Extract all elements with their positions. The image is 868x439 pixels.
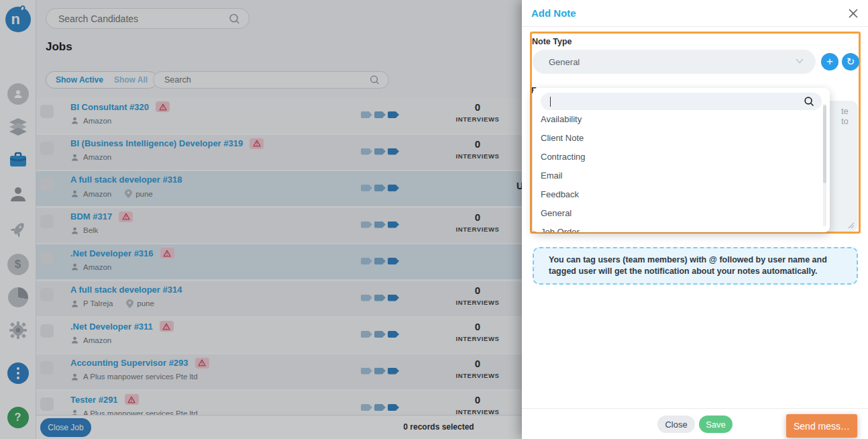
note-type-label: Note Type — [532, 37, 572, 46]
note-type-dropdown: AvailabilityClient NoteContractingEmailF… — [533, 88, 830, 232]
dropdown-option[interactable]: Email — [533, 166, 820, 185]
screen: n — [0, 0, 868, 439]
tagging-info-text: You can tag users (team members) with @ … — [549, 254, 836, 277]
note-type-select[interactable]: General — [533, 50, 816, 74]
scrollbar-thumb[interactable] — [823, 105, 826, 183]
dropdown-option[interactable]: Feedback — [533, 185, 820, 204]
resize-handle-icon[interactable] — [847, 222, 854, 228]
modal-header: Add Note — [522, 0, 868, 27]
close-icon[interactable] — [848, 8, 859, 19]
dropdown-options-list: AvailabilityClient NoteContractingEmailF… — [533, 110, 820, 232]
dropdown-scrollbar[interactable] — [823, 104, 826, 226]
add-note-modal: Add Note Note Type General + ↻ F te to — [522, 0, 868, 439]
dropdown-search-field[interactable] — [541, 93, 822, 110]
search-icon — [804, 96, 814, 107]
dropdown-option[interactable]: Client Note — [533, 129, 820, 148]
add-note-type-button[interactable]: + — [821, 53, 838, 70]
dropdown-option[interactable]: General — [533, 204, 820, 223]
text-cursor — [550, 97, 551, 107]
dropdown-option[interactable]: Contracting — [533, 148, 820, 166]
note-placeholder-fragment: te to — [841, 106, 858, 126]
dropdown-option[interactable]: Availability — [533, 110, 820, 129]
note-type-selected-value: General — [549, 57, 580, 67]
modal-title: Add Note — [531, 7, 576, 19]
refresh-note-types-button[interactable]: ↻ — [842, 53, 859, 70]
tagging-info-box: You can tag users (team members) with @ … — [533, 247, 858, 285]
save-button[interactable]: Save — [699, 416, 733, 433]
modal-close-button[interactable]: Close — [657, 416, 695, 433]
send-message-button[interactable]: Send mess… — [786, 414, 857, 438]
dropdown-option[interactable]: Job Order — [533, 223, 820, 232]
chevron-down-icon — [796, 58, 804, 64]
